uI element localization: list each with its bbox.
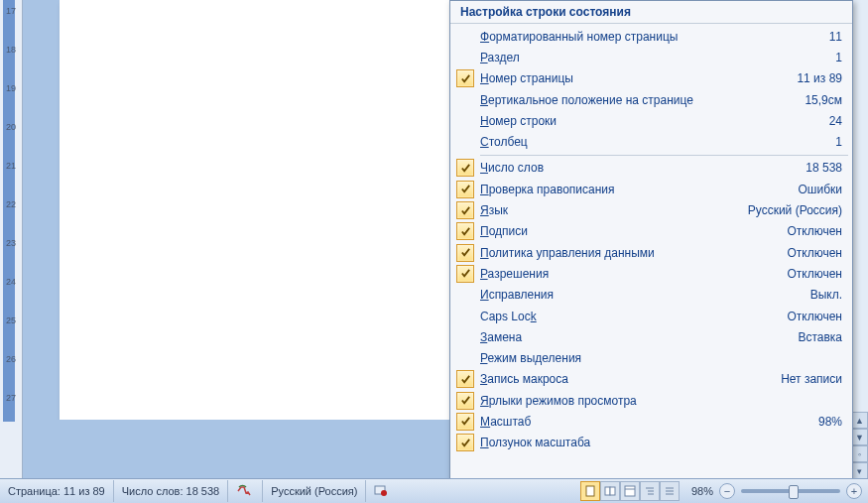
document-page[interactable] — [60, 0, 449, 420]
checkmark-icon — [456, 69, 474, 87]
status-spelling[interactable] — [228, 480, 263, 502]
menu-item-label: Ползунок масштаба — [480, 436, 842, 449]
view-outline-button[interactable] — [640, 481, 660, 501]
zoom-out-button[interactable]: − — [719, 483, 735, 499]
browse-prev-icon[interactable]: ◦ — [851, 445, 868, 462]
menu-item-label: Caps Lock — [480, 310, 787, 323]
page-background — [22, 420, 449, 479]
menu-item[interactable]: ИсправленияВыкл. — [450, 285, 852, 306]
menu-item[interactable]: Режим выделения — [450, 347, 852, 368]
status-bar-customize-menu: Настройка строки состояния Форматированн… — [449, 0, 853, 481]
ruler-tick-label: 18 — [0, 45, 22, 55]
menu-checkbox-col — [450, 244, 480, 262]
menu-item[interactable]: Проверка правописанияОшибки — [450, 179, 852, 199]
ruler-tick-label: 24 — [0, 277, 22, 287]
menu-item-label: Столбец — [480, 135, 835, 149]
menu-item-label: Режим выделения — [480, 351, 842, 365]
menu-item-value: 1 — [835, 51, 852, 64]
checkmark-icon — [456, 159, 474, 177]
menu-item-value: Выкл. — [810, 288, 852, 302]
status-word-count[interactable]: Число слов: 18 538 — [114, 480, 228, 502]
ruler-tick-label: 27 — [0, 393, 22, 403]
menu-item-value: Отключен — [787, 224, 852, 238]
checkmark-icon — [456, 181, 474, 198]
status-page[interactable]: Страница: 11 из 89 — [0, 480, 114, 502]
view-web-layout-button[interactable] — [620, 481, 640, 501]
menu-item-label: Запись макроса — [480, 372, 781, 386]
zoom-slider[interactable] — [741, 489, 840, 493]
menu-separator — [480, 155, 848, 156]
view-draft-button[interactable] — [660, 481, 680, 501]
menu-item[interactable]: Раздел1 — [450, 47, 852, 67]
zoom-slider-thumb[interactable] — [789, 485, 799, 499]
status-language[interactable]: Русский (Россия) — [263, 480, 366, 502]
svg-rect-4 — [610, 487, 615, 495]
menu-item-label: Политика управления данными — [480, 246, 787, 260]
menu-item[interactable]: Ползунок масштаба — [450, 433, 852, 453]
menu-item[interactable]: ЯзыкРусский (Россия) — [450, 199, 852, 220]
view-print-layout-button[interactable] — [580, 481, 600, 501]
checkmark-icon — [456, 392, 474, 410]
menu-item-label: Раздел — [480, 51, 835, 64]
menu-item-label: Подписи — [480, 224, 787, 238]
ruler-tick-label: 25 — [0, 315, 22, 325]
svg-rect-3 — [605, 487, 610, 495]
svg-rect-2 — [586, 486, 594, 496]
menu-item-value: 98% — [818, 415, 852, 429]
view-fullscreen-reading-button[interactable] — [600, 481, 620, 501]
status-bar: Страница: 11 из 89 Число слов: 18 538 Ру… — [0, 478, 868, 503]
menu-item[interactable]: Политика управления даннымиОтключен — [450, 242, 852, 263]
checkmark-icon — [456, 434, 474, 451]
menu-checkbox-col — [450, 370, 480, 388]
ruler-tick-label: 21 — [0, 161, 22, 171]
menu-checkbox-col — [450, 159, 480, 177]
menu-item-label: Исправления — [480, 288, 810, 302]
menu-item-label: Ярлыки режимов просмотра — [480, 394, 842, 408]
menu-item[interactable]: Вертикальное положение на странице15,9см — [450, 89, 852, 110]
menu-item-value: 24 — [829, 114, 852, 128]
menu-item-value: Ошибки — [799, 183, 853, 196]
menu-item[interactable]: Масштаб98% — [450, 411, 852, 432]
menu-item[interactable]: Форматированный номер страницы11 — [450, 26, 852, 47]
menu-item[interactable]: Число слов18 538 — [450, 158, 852, 179]
menu-item-value: Нет записи — [781, 372, 852, 386]
menu-item-label: Язык — [480, 203, 748, 217]
menu-checkbox-col — [450, 434, 480, 451]
scroll-up-arrow[interactable]: ▲ — [851, 412, 868, 429]
menu-title: Настройка строки состояния — [450, 1, 852, 24]
menu-checkbox-col — [450, 265, 480, 283]
svg-point-1 — [381, 490, 387, 496]
menu-item[interactable]: ЗаменаВставка — [450, 326, 852, 347]
menu-item[interactable]: Ярлыки режимов просмотра — [450, 390, 852, 411]
ruler-tick-label: 26 — [0, 354, 22, 364]
menu-item-value: Отключен — [787, 310, 852, 323]
menu-item-value: 1 — [835, 135, 852, 149]
menu-checkbox-col — [450, 392, 480, 410]
svg-rect-5 — [625, 486, 635, 496]
menu-item[interactable]: РазрешенияОтключен — [450, 263, 852, 284]
menu-item-label: Вертикальное положение на странице — [480, 93, 805, 107]
menu-item[interactable]: Номер страницы11 из 89 — [450, 68, 852, 89]
checkmark-icon — [456, 244, 474, 262]
menu-checkbox-col — [450, 222, 480, 240]
vertical-ruler[interactable]: 1718192021222324252627 — [0, 0, 23, 479]
checkmark-icon — [456, 413, 474, 431]
menu-item[interactable]: Столбец1 — [450, 131, 852, 152]
checkmark-icon — [456, 222, 474, 240]
menu-item[interactable]: Запись макросаНет записи — [450, 369, 852, 390]
checkmark-icon — [456, 201, 474, 219]
menu-item-value: 18 538 — [806, 161, 852, 175]
menu-item[interactable]: Номер строки24 — [450, 110, 852, 131]
menu-item-label: Номер страницы — [480, 71, 797, 85]
checkmark-icon — [456, 370, 474, 388]
zoom-in-button[interactable]: + — [846, 483, 862, 499]
zoom-percentage[interactable]: 98% — [685, 485, 719, 497]
document-area: 1718192021222324252627 — [0, 0, 449, 479]
browse-next-icon[interactable]: ▾ — [851, 462, 868, 479]
status-macro-recording[interactable] — [366, 480, 396, 502]
scroll-down-arrow[interactable]: ▼ — [851, 429, 868, 445]
menu-item[interactable]: Caps LockОтключен — [450, 306, 852, 326]
menu-item[interactable]: ПодписиОтключен — [450, 221, 852, 242]
ruler-tick-label: 17 — [0, 6, 22, 16]
menu-item-label: Разрешения — [480, 267, 787, 281]
